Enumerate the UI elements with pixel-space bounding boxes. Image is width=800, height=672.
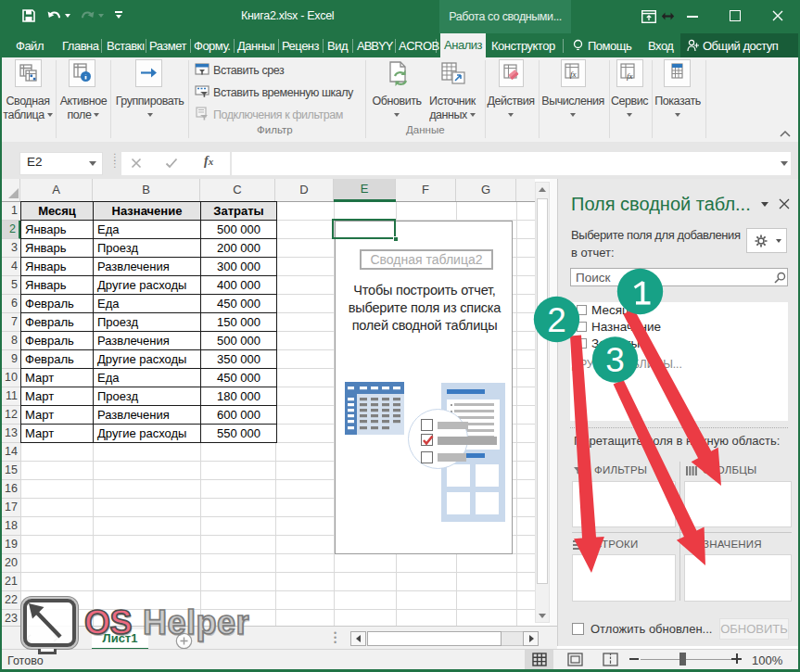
svg-text:fx: fx	[627, 71, 633, 81]
svg-text:fx: fx	[570, 70, 577, 79]
